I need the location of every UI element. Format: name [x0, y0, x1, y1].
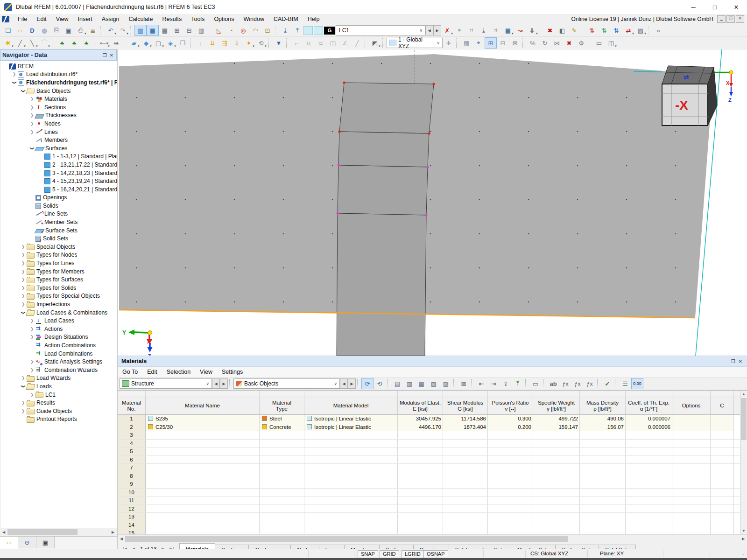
tree-item[interactable]: ❯Types for Special Objects — [0, 292, 117, 301]
collapse-icon[interactable]: ❯ — [21, 88, 26, 94]
table-cell[interactable] — [398, 464, 443, 472]
sync-table-button[interactable]: ⟳ — [361, 378, 374, 389]
table-cell[interactable] — [626, 505, 672, 513]
work-plane-yz-button[interactable]: ⊠ — [509, 37, 521, 49]
tables-toggle-button[interactable]: ▦ — [147, 25, 159, 36]
table-cell[interactable] — [260, 497, 304, 504]
table-cell[interactable] — [398, 480, 443, 488]
table-cell[interactable] — [580, 448, 626, 455]
row-number-cell[interactable]: 1 — [118, 415, 146, 423]
table-cell[interactable] — [711, 480, 734, 488]
column-header-3[interactable]: MaterialType — [260, 397, 304, 414]
table-cell[interactable] — [146, 505, 260, 513]
tree-item[interactable]: Printout Reports — [0, 415, 117, 424]
table-cell[interactable] — [443, 497, 488, 504]
new-generated-load-button[interactable]: ⟲▼ — [255, 37, 267, 49]
table-cell[interactable] — [146, 448, 260, 455]
table-row[interactable]: 7 — [118, 464, 740, 472]
table-cell[interactable] — [672, 513, 711, 521]
deselect-button[interactable]: ✖ — [544, 25, 556, 36]
panel-close-button[interactable]: ✕ — [738, 359, 743, 364]
percent-snap-button[interactable]: % — [527, 37, 539, 49]
table-cell[interactable]: 0.200 — [488, 423, 533, 431]
dropdown-caret-icon[interactable]: ▼ — [614, 45, 617, 48]
expand-icon[interactable]: ❯ — [20, 252, 26, 257]
column-header-8[interactable]: Specific Weightγ [lbf/ft³] — [533, 397, 580, 414]
panel-toggle-button[interactable]: ▤ — [159, 25, 171, 36]
rotate-tool-button[interactable]: ↻ — [539, 37, 551, 49]
table-cell[interactable] — [533, 505, 580, 513]
table-cell[interactable] — [580, 440, 626, 448]
dropdown-caret-icon[interactable]: ▼ — [536, 32, 538, 35]
numbering-all-button[interactable]: ⌗ — [490, 25, 502, 36]
mdi-restore-button[interactable]: ❐ — [726, 15, 735, 23]
filter-funnel-button[interactable]: ▼ — [273, 37, 285, 49]
expand-icon[interactable]: ❯ — [29, 335, 35, 339]
table-cell[interactable]: Isotropic | Linear Elastic — [304, 423, 398, 431]
new-dimension-xx-button[interactable]: ⇹ — [110, 37, 122, 49]
table-cell[interactable] — [443, 480, 488, 488]
dlubal-connect-button[interactable]: D — [26, 25, 38, 36]
table-cell[interactable] — [304, 489, 398, 497]
table-cell[interactable] — [626, 472, 672, 480]
new-support-nodal-button[interactable]: ♣ — [56, 37, 68, 49]
tree-item[interactable]: Openings — [0, 194, 117, 202]
table-cell[interactable] — [626, 521, 672, 529]
row-number-cell[interactable]: 8 — [118, 472, 146, 480]
expand-icon[interactable]: ❯ — [29, 105, 35, 110]
tree-item[interactable]: Members — [0, 136, 117, 144]
new-model-button[interactable]: ❏ — [2, 25, 14, 36]
table-cell[interactable] — [443, 529, 488, 534]
table-row[interactable]: 6 — [118, 456, 740, 464]
table-cell[interactable] — [146, 489, 260, 497]
table-cell[interactable] — [626, 440, 672, 448]
shift-view-y-button[interactable]: ⇅ — [598, 25, 610, 36]
table-cell[interactable] — [304, 521, 398, 529]
materials-table[interactable]: MaterialNo.Material NameMaterialTypeMate… — [118, 391, 740, 534]
section-tool-3-button[interactable]: ⊂ — [315, 37, 327, 49]
table-cell[interactable] — [443, 513, 488, 521]
new-opening-button[interactable]: ▢▼ — [152, 37, 164, 49]
table-cell[interactable]: 30457.925 — [398, 415, 443, 423]
table-cell[interactable] — [580, 489, 626, 497]
import-load-state-button[interactable]: ⤓ — [279, 25, 291, 36]
table-cell[interactable] — [533, 480, 580, 488]
resize-grip[interactable]: ⋰ — [741, 552, 746, 557]
row-number-cell[interactable]: 3 — [118, 431, 146, 439]
tree-item[interactable]: ❯Load Cases & Combinations — [0, 308, 117, 317]
fx-formula-button[interactable]: ƒx — [559, 378, 571, 389]
dropdown-caret-icon[interactable]: ▼ — [378, 45, 381, 48]
table-layout-1-button[interactable]: ▤ — [391, 378, 403, 389]
expand-icon[interactable]: ❯ — [29, 97, 35, 101]
fx-link-button[interactable]: ƒẋ — [584, 378, 596, 389]
tree-item[interactable]: ❯Flächendurchdringung test.rf6* | RFEM ( — [0, 78, 117, 87]
table-cell[interactable] — [488, 505, 533, 513]
table-cell[interactable] — [146, 521, 260, 529]
table-cell[interactable] — [711, 456, 734, 464]
scroll-thumb[interactable] — [7, 529, 78, 535]
table-row[interactable]: 4 — [118, 440, 740, 448]
table-row[interactable]: 2C25/30ConcreteIsotropic | Linear Elasti… — [118, 423, 740, 432]
table-cell[interactable] — [711, 513, 734, 521]
table-layout-5-button[interactable]: ▨ — [440, 378, 452, 389]
row-number-cell[interactable]: 13 — [118, 513, 146, 521]
table-cell[interactable] — [260, 440, 304, 448]
table-row[interactable]: 1S235SteelIsotropic | Linear Elastic3045… — [118, 415, 740, 423]
menu-cad-bim[interactable]: CAD-BIM — [269, 14, 303, 24]
tree-item[interactable]: ❯Guide Objects — [0, 407, 117, 415]
table-cell[interactable] — [398, 505, 443, 513]
tree-item[interactable]: ❯Materials — [0, 95, 117, 103]
new-free-load-button[interactable]: ✦▼ — [243, 37, 255, 49]
clipping-plane-button[interactable]: ◩▼ — [369, 37, 381, 49]
table-cell[interactable] — [533, 513, 580, 521]
table-cell[interactable] — [580, 431, 626, 439]
table-cell[interactable] — [626, 448, 672, 455]
table-cell[interactable] — [443, 489, 488, 497]
load-case-combobox[interactable]: LC1∨ — [336, 25, 425, 35]
row-number-cell[interactable]: 6 — [118, 456, 146, 464]
mdi-close-button[interactable]: ✕ — [736, 15, 744, 23]
shift-view-x-button[interactable]: ⇅ — [586, 25, 598, 36]
table-cell[interactable] — [711, 415, 734, 423]
table-cell[interactable] — [580, 464, 626, 472]
apply-check-button[interactable]: ✔ — [601, 378, 613, 389]
